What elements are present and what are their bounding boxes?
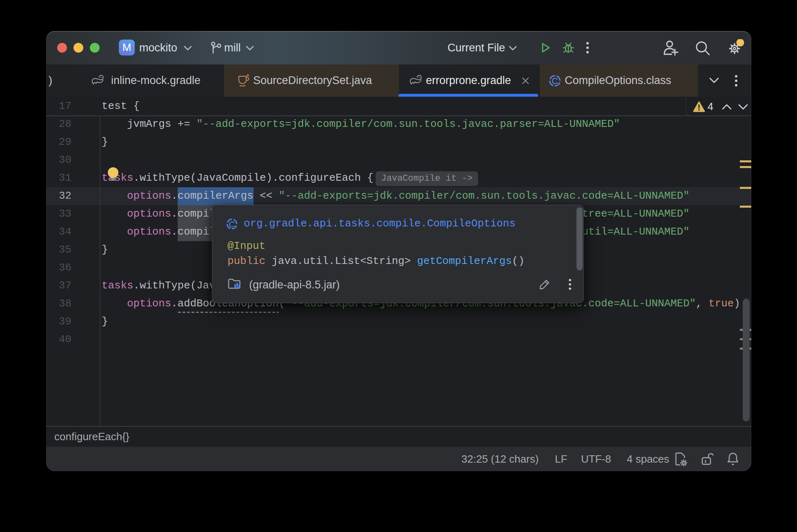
svg-text:C: C [229,219,235,229]
svg-text:C: C [552,76,558,86]
